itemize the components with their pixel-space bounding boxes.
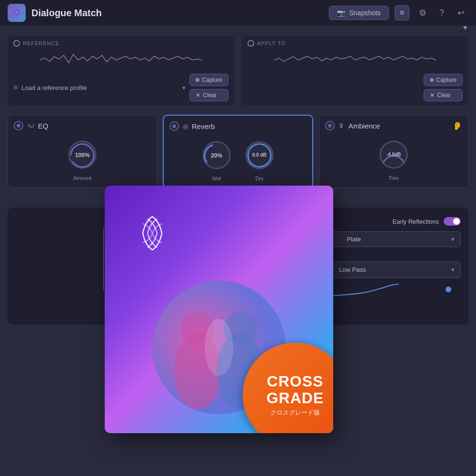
reverb-dry-label: Dry [255,176,263,181]
filter-dot-handle[interactable] [446,287,451,292]
reference-capture-button[interactable]: Capture [189,74,228,86]
svg-text:-4.0dB: -4.0dB [387,152,401,157]
plate-label: Plate [347,236,361,243]
plate-arrow-icon: ▾ [451,236,455,243]
reference-button-stack: Capture ✕ Clear [189,74,228,101]
menu-button[interactable]: ≡ [395,5,409,20]
clear-x-icon: ✕ [196,92,200,99]
reverb-module: ◎ Reverb 20% Wet [163,115,313,188]
eq-amount-knob[interactable]: 100% [66,138,99,171]
apply-to-waveform [248,50,463,71]
eq-title: EQ [38,122,49,130]
ambience-icon: 🎙 [338,122,345,129]
app-title: Dialogue Match [31,8,102,19]
apply-clear-button[interactable]: ✕ Clear [424,89,463,101]
reference-clear-button[interactable]: ✕ Clear [189,89,228,101]
svg-text:0.0 dB: 0.0 dB [252,152,267,158]
snapshots-label: Snapshots [349,9,380,17]
back-button[interactable]: ↩ [453,5,468,20]
reverb-wet-label: Wet [212,176,221,181]
app-container: Dialogue Match 📷 Snapshots ≡ ⚙ ? ↩ ▼ REF… [0,0,476,476]
top-section: REFERENCE ≡ Load a reference profile ▾ C… [0,31,476,110]
reverb-dry-knob-container: 0.0 dB Dry [243,139,276,181]
apply-capture-button[interactable]: Capture [424,74,463,86]
reverb-wet-knob-container: 20% Wet [200,139,233,181]
reverb-toggle[interactable] [169,121,179,131]
apply-to-panel: APPLY TO Capture ✕ Clear [242,36,468,105]
capture-dot-icon [196,78,199,82]
load-profile-dropdown[interactable]: ≡ Load a reference profile ▾ [13,83,186,92]
reverb-icon: ◎ [183,123,188,130]
camera-icon: 📷 [337,9,345,17]
ambience-ear-icon: 👂 [453,121,462,130]
ambience-toggle[interactable] [325,121,335,130]
ambience-trim-label: Trim [388,175,399,181]
reverb-dry-knob[interactable]: 0.0 dB [243,139,276,172]
settings-button[interactable]: ⚙ [415,5,430,20]
reverb-header: ◎ Reverb [169,121,307,131]
snapshots-button[interactable]: 📷 Snapshots [329,6,388,20]
app-logo [8,4,26,22]
apply-clear-x-icon: ✕ [430,92,435,99]
header-right-icons: ⚙ ? ↩ [415,5,468,20]
svg-text:20%: 20% [211,152,222,159]
product-overlay: CROSS GRADE クロスグレード版 [105,186,343,447]
reverb-toggle-dot [172,124,176,128]
reference-waveform [13,50,228,71]
eq-amount-knob-container: 100% Amount [66,138,99,181]
reverb-wet-knob[interactable]: 20% [200,139,233,172]
reverb-knobs: 20% Wet 0.0 dB Dry [200,139,276,181]
dropdown-arrow-icon: ▾ [182,84,186,91]
apply-circle-icon [248,40,254,47]
low-pass-arrow-icon: ▾ [451,266,455,273]
early-reflections-label: Early Reflections [392,218,439,225]
product-logo [129,209,186,267]
help-button[interactable]: ? [434,5,449,20]
ambience-title: Ambience [348,122,380,130]
eq-header: ∿/ EQ [14,121,151,130]
reference-controls: ≡ Load a reference profile ▾ Capture ✕ C… [13,74,228,101]
ambience-trim-knob[interactable]: -4.0dB [377,138,410,171]
crossgrade-sub: クロスグレード版 [270,408,320,417]
apply-to-controls: Capture ✕ Clear [248,74,463,101]
lines-icon: ≡ [13,83,18,92]
eq-amount-label: Amount [73,175,91,181]
eq-icon: ∿/ [27,122,34,129]
reference-panel: REFERENCE ≡ Load a reference profile ▾ C… [8,36,234,105]
svg-text:100%: 100% [75,152,90,159]
svg-point-12 [205,319,233,376]
early-reflections-toggle[interactable] [444,217,461,226]
ambience-module: 🎙 Ambience 👂 -4.0dB Trim [319,115,468,188]
crossgrade-text: CROSS GRADE [267,373,324,407]
eq-toggle[interactable] [14,121,23,130]
reference-circle-icon [13,40,20,47]
reference-label: REFERENCE [13,40,228,47]
ambience-header: 🎙 Ambience 👂 [325,121,462,130]
product-box: CROSS GRADE クロスグレード版 [105,186,333,433]
apply-to-label: APPLY TO [248,40,463,47]
ambience-toggle-dot [328,124,332,128]
header: Dialogue Match 📷 Snapshots ≡ ⚙ ? ↩ [0,0,476,26]
eq-module: ∿/ EQ 100% Amount [8,115,157,188]
down-arrow-icon: ▼ [462,24,468,31]
top-divider: ▼ [0,24,476,31]
eq-toggle-dot [17,124,20,128]
low-pass-label: Low Pass [339,266,366,273]
ambience-trim-knob-container: -4.0dB Trim [377,138,410,181]
apply-button-stack: Capture ✕ Clear [424,74,463,101]
modules-section: ∿/ EQ 100% Amount [0,110,476,193]
eq-knobs: 100% Amount [66,138,99,181]
reverb-title: Reverb [192,122,215,130]
ambience-knobs: -4.0dB Trim [377,138,410,181]
apply-capture-dot-icon [430,78,434,82]
